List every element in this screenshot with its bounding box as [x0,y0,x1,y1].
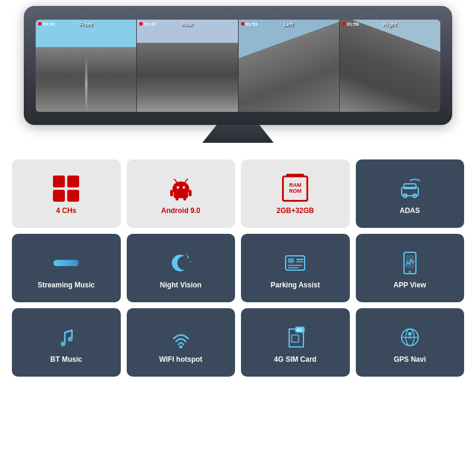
svg-point-28 [68,337,73,342]
ram-text: RAMROM [289,183,302,195]
cam-left: 01:53 Left [239,20,340,112]
feature-android-label: Android 9.0 [161,206,201,215]
svg-text:4G: 4G [296,328,302,332]
feature-gps-label: GPS Navi [394,355,426,364]
svg-point-16 [190,261,191,262]
feature-parking-label: Parking Assist [271,281,320,289]
cam-front: 01:30 Front [36,20,137,112]
feature-night-label: Night Vision [160,281,202,289]
adas-icon [397,176,423,202]
cam-rear: 01:47 Rear [137,20,238,112]
dashboard-device: 01:30 Front 01:47 Rear 01:53 Left [24,6,452,125]
feature-ram-label: 2GB+32GB [277,206,314,215]
cam-front-time: 01:30 [43,21,55,27]
svg-point-29 [179,345,182,348]
cam-right: 01:58 Right [340,20,440,112]
svg-rect-8 [176,198,178,201]
svg-rect-19 [288,258,294,263]
ram-icon: RAMROM [282,176,308,202]
cam-left-rec: 01:53 [241,21,258,27]
feature-4chs-label: 4 CHs [56,206,76,215]
rec-dot-left [241,22,245,26]
rec-dot-front [38,22,42,26]
dashboard-stand [202,125,274,143]
features-grid: 4 CHs Android 9.0 RAMROM 2GB+32GB [12,159,464,377]
svg-point-15 [187,256,189,258]
feature-ram: RAMROM 2GB+32GB [241,159,350,228]
svg-point-17 [186,254,187,255]
feature-streaming: Streaming Music [12,234,121,302]
cam-left-time: 01:53 [246,21,258,27]
cam-front-label: Front [79,21,93,27]
gps-icon [397,324,423,350]
feature-parking: Parking Assist [241,234,350,302]
cam-right-label: Right [383,21,397,27]
feature-bt: BT Music [12,308,121,377]
svg-point-27 [61,342,65,346]
feature-wifi: WIFI hotspot [127,308,236,377]
feature-app-label: APP View [393,281,426,289]
feature-streaming-label: Streaming Music [37,281,95,289]
cam-right-time: 01:58 [347,21,359,27]
svg-point-36 [408,332,412,336]
feature-android: Android 9.0 [127,159,236,228]
app-icon [397,250,423,276]
feature-adas: ADAS [356,159,465,228]
svg-line-4 [185,179,187,182]
feature-4chs: 4 CHs [12,159,121,228]
feature-gps: GPS Navi [356,308,465,377]
feature-4g: 4G 4G SIM Card [241,308,350,377]
cam-rear-time: 01:47 [144,21,156,27]
cam-rear-label: Rear [181,21,193,27]
rec-dot-right [342,22,346,26]
cam-right-rec: 01:58 [342,21,359,27]
feature-bt-label: BT Music [51,355,82,364]
svg-rect-6 [170,190,173,196]
bt-icon [53,324,79,350]
svg-rect-5 [174,190,188,198]
streaming-icon [53,250,79,276]
4ch-icon [53,176,79,202]
feature-wifi-label: WIFI hotspot [159,355,202,364]
feature-adas-label: ADAS [400,206,420,215]
svg-point-2 [183,186,185,189]
svg-rect-7 [189,190,192,196]
dashboard-section: 01:30 Front 01:47 Rear 01:53 Left [12,6,464,125]
night-icon [168,250,194,276]
wifi-icon [168,324,194,350]
rec-dot-rear [139,22,143,26]
cam-rear-rec: 01:47 [139,21,156,27]
svg-point-1 [177,186,179,189]
screen: 01:30 Front 01:47 Rear 01:53 Left [36,20,440,112]
feature-app: APP View [356,234,465,302]
svg-rect-30 [292,335,299,342]
feature-night: Night Vision [127,234,236,302]
cam-front-rec: 01:30 [38,21,55,27]
android-icon [168,176,194,202]
parking-icon [282,250,308,276]
4g-icon: 4G [282,324,308,350]
svg-rect-9 [183,198,186,201]
svg-point-26 [409,271,411,273]
svg-line-3 [174,179,177,182]
svg-rect-14 [54,259,79,266]
cam-left-label: Left [284,21,294,27]
feature-4g-label: 4G SIM Card [274,355,317,364]
